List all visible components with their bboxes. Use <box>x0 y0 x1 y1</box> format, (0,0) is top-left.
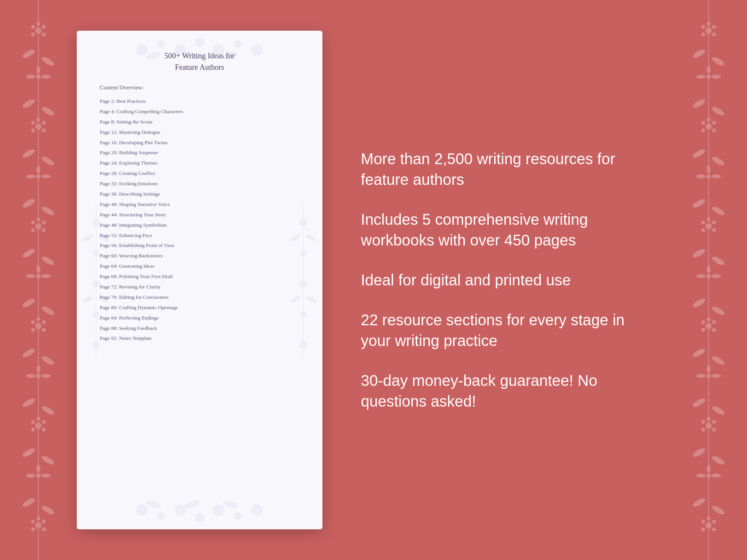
toc-title: Establishing Point of View <box>119 242 175 248</box>
table-of-contents-item: Page 16: Developing Plot Twists <box>100 139 299 147</box>
svg-point-175 <box>92 219 100 226</box>
feature-item-4: 22 resource sections for every stage in … <box>361 310 655 351</box>
svg-point-166 <box>175 504 186 516</box>
toc-title: Shaping Narrative Voice <box>119 201 170 207</box>
svg-point-163 <box>222 50 238 61</box>
feature-item-2: Includes 5 comprehensive writing workboo… <box>361 209 655 250</box>
toc-title: Crafting Compelling Characters <box>117 109 183 114</box>
table-of-contents-item: Page 28: Creating Conflict <box>100 170 299 177</box>
svg-point-186 <box>300 250 306 256</box>
content-overview-label: Content Overview: <box>100 84 299 91</box>
svg-point-192 <box>289 294 302 304</box>
toc-title: Building Suspense <box>119 150 158 155</box>
doc-watermark-top <box>104 35 296 65</box>
toc-page-number: Page 16: <box>100 140 118 145</box>
feature-item-5: 30-day money-back guarantee! No question… <box>361 370 655 412</box>
doc-watermark-left <box>81 203 111 357</box>
svg-point-185 <box>299 219 307 226</box>
table-of-contents: Page 2: Best PracticesPage 4: Crafting C… <box>100 98 299 342</box>
table-of-contents-item: Page 84: Perfecting Endings <box>100 315 299 322</box>
toc-title: Generating Ideas <box>119 263 154 269</box>
toc-page-number: Page 36: <box>100 191 118 197</box>
toc-title: Developing Plot Twists <box>119 140 167 145</box>
svg-point-155 <box>157 40 165 48</box>
svg-point-191 <box>305 233 317 242</box>
svg-point-187 <box>299 280 307 288</box>
toc-title: Weaving Backstories <box>119 253 163 259</box>
main-layout: 500+ Writing Ideas for Feature Authors C… <box>0 0 747 560</box>
svg-point-168 <box>213 504 225 516</box>
svg-point-162 <box>183 50 200 61</box>
table-of-contents-item: Page 72: Revising for Clarity <box>100 283 299 291</box>
svg-point-173 <box>222 499 238 510</box>
svg-point-157 <box>195 38 204 47</box>
svg-point-170 <box>251 504 263 516</box>
svg-point-183 <box>98 294 110 304</box>
toc-title: Crafting Dynamic Openings <box>119 305 178 310</box>
toc-title: Setting the Scene <box>117 119 153 125</box>
toc-title: Polishing Your First Draft <box>119 273 173 279</box>
toc-page-number: Page 32: <box>100 181 118 186</box>
table-of-contents-item: Page 36: Describing Settings <box>100 191 299 198</box>
table-of-contents-item: Page 32: Evoking Emotions <box>100 180 299 188</box>
svg-point-189 <box>299 341 307 349</box>
table-of-contents-item: Page 8: Setting the Scene <box>100 119 299 126</box>
svg-point-193 <box>305 294 317 304</box>
toc-title: Exploring Themes <box>119 160 157 166</box>
svg-point-171 <box>145 499 162 510</box>
toc-title: Integrating Symbolism <box>119 222 167 228</box>
svg-point-190 <box>289 233 302 242</box>
toc-title: Best Practices <box>117 98 146 104</box>
table-of-contents-item: Page 48: Integrating Symbolism <box>100 222 299 229</box>
table-of-contents-item: Page 92: Notes Template <box>100 335 299 342</box>
svg-point-178 <box>93 311 99 318</box>
table-of-contents-item: Page 4: Crafting Compelling Characters <box>100 108 299 115</box>
table-of-contents-item: Page 60: Weaving Backstories <box>100 252 299 260</box>
table-of-contents-item: Page 2: Best Practices <box>100 98 299 105</box>
toc-page-number: Page 8: <box>100 119 115 125</box>
table-of-contents-item: Page 40: Shaping Narrative Voice <box>100 201 299 208</box>
toc-title: Creating Conflict <box>119 170 155 176</box>
svg-point-181 <box>98 233 110 242</box>
feature-item-3: Ideal for digital and printed use <box>361 270 655 290</box>
toc-page-number: Page 24: <box>100 160 118 166</box>
table-of-contents-item: Page 68: Polishing Your First Draft <box>100 273 299 280</box>
svg-point-159 <box>234 40 242 48</box>
table-of-contents-item: Page 44: Structuring Your Story <box>100 211 299 219</box>
toc-page-number: Page 4: <box>100 109 115 114</box>
toc-title: Enhancing Pace <box>119 232 152 238</box>
table-of-contents-item: Page 76: Editing for Conciseness <box>100 294 299 301</box>
table-of-contents-item: Page 88: Seeking Feedback <box>100 325 299 332</box>
svg-point-164 <box>136 504 148 516</box>
svg-point-161 <box>145 50 162 61</box>
svg-point-172 <box>183 499 200 510</box>
table-of-contents-item: Page 80: Crafting Dynamic Openings <box>100 304 299 311</box>
svg-point-169 <box>234 512 242 520</box>
svg-point-182 <box>82 294 94 304</box>
svg-point-176 <box>93 250 99 256</box>
svg-point-180 <box>82 233 94 242</box>
svg-point-177 <box>92 280 100 288</box>
svg-point-160 <box>251 44 263 56</box>
svg-point-156 <box>175 44 186 56</box>
table-of-contents-item: Page 12: Mastering Dialogue <box>100 129 299 136</box>
svg-point-167 <box>195 513 204 522</box>
toc-title: Revising for Clarity <box>119 284 160 290</box>
svg-point-154 <box>136 44 148 56</box>
toc-title: Perfecting Endings <box>119 315 159 321</box>
table-of-contents-item: Page 52: Enhancing Pace <box>100 232 299 239</box>
toc-title: Editing for Conciseness <box>119 294 169 300</box>
doc-watermark-bottom <box>104 495 296 525</box>
toc-page-number: Page 28: <box>100 170 118 176</box>
table-of-contents-item: Page 64: Generating Ideas <box>100 263 299 270</box>
toc-title: Seeking Feedback <box>119 325 157 331</box>
right-content: More than 2,500 writing resources for fe… <box>345 148 716 412</box>
svg-point-165 <box>157 512 165 520</box>
toc-title: Evoking Emotions <box>119 181 158 186</box>
toc-page-number: Page 20: <box>100 150 118 155</box>
svg-point-188 <box>300 311 306 318</box>
svg-point-158 <box>213 44 225 56</box>
toc-page-number: Page 2: <box>100 98 115 104</box>
toc-page-number: Page 12: <box>100 129 118 135</box>
toc-title: Mastering Dialogue <box>119 129 160 135</box>
